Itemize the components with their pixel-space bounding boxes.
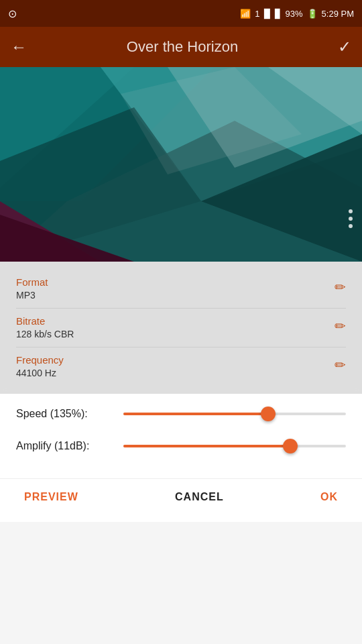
confirm-button[interactable]: ✓	[338, 38, 351, 56]
frequency-value: 44100 Hz	[16, 368, 56, 378]
status-bar: ⊙ 📶 1 ▉ ▊ 93% 🔋 5:29 PM	[0, 0, 362, 27]
battery-icon: 🔋	[307, 9, 318, 19]
format-edit-button[interactable]: ✏	[335, 279, 346, 295]
format-info: Format MP3	[16, 276, 48, 301]
speed-slider-container	[123, 407, 346, 421]
speed-slider-row: Speed (135%):	[16, 407, 346, 421]
back-button[interactable]: ←	[11, 38, 27, 56]
signal-icon2: ▊	[275, 9, 282, 19]
bitrate-value: 128 kb/s CBR	[16, 329, 74, 339]
clock: 5:29 PM	[322, 9, 354, 19]
dot3	[349, 224, 353, 228]
sim-indicator: 1	[255, 9, 259, 19]
top-bar: ← Over the Horizon ✓	[0, 27, 362, 67]
frequency-label: Frequency	[16, 354, 64, 366]
frequency-info: Frequency 44100 Hz	[16, 354, 64, 379]
battery-percent: 93%	[286, 9, 303, 19]
bitrate-row: Bitrate 128 kb/s CBR ✏	[16, 309, 346, 347]
preview-button[interactable]: PREVIEW	[16, 486, 86, 508]
page-title: Over the Horizon	[127, 38, 238, 56]
frequency-row: Frequency 44100 Hz ✏	[16, 347, 346, 386]
status-left: ⊙	[8, 7, 17, 20]
format-row: Format MP3 ✏	[16, 270, 346, 309]
wifi-icon: 📶	[240, 9, 251, 19]
svg-rect-12	[0, 67, 362, 262]
dot1	[349, 209, 353, 213]
bitrate-edit-button[interactable]: ✏	[335, 318, 346, 334]
dot2	[349, 217, 353, 221]
cancel-button[interactable]: CANCEL	[167, 486, 232, 508]
amplify-label: Amplify (11dB):	[16, 440, 123, 452]
amplify-slider-container	[123, 439, 346, 453]
signal-icon: ▉	[264, 9, 271, 19]
circle-icon: ⊙	[8, 7, 17, 20]
overflow-menu-button[interactable]	[349, 209, 353, 228]
bitrate-info: Bitrate 128 kb/s CBR	[16, 315, 74, 340]
amplify-slider-row: Amplify (11dB):	[16, 439, 346, 453]
frequency-edit-button[interactable]: ✏	[335, 357, 346, 373]
speed-label: Speed (135%):	[16, 408, 123, 420]
album-art-svg	[0, 67, 362, 262]
format-label: Format	[16, 276, 48, 288]
bitrate-label: Bitrate	[16, 315, 74, 327]
dialog-buttons: PREVIEW CANCEL OK	[0, 478, 362, 522]
status-right: 📶 1 ▉ ▊ 93% 🔋 5:29 PM	[240, 9, 354, 19]
format-value: MP3	[16, 290, 36, 301]
controls-panel: Speed (135%): Amplify (11dB):	[0, 394, 362, 478]
album-art	[0, 67, 362, 262]
ok-button[interactable]: OK	[312, 486, 346, 508]
info-panel: Format MP3 ✏ Bitrate 128 kb/s CBR ✏ Freq…	[0, 262, 362, 394]
